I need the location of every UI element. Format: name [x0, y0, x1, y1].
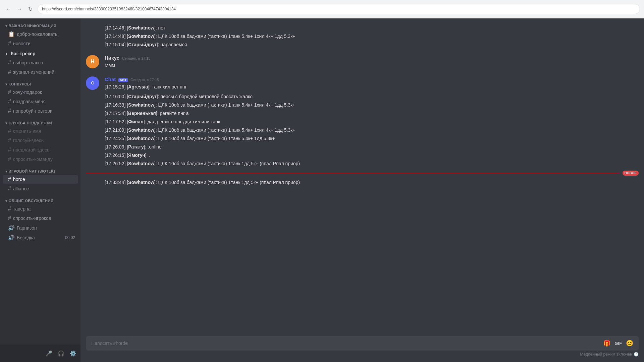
user-bar-icons: 🎤 🎧 ⚙️ [44, 349, 78, 358]
channel-taverna[interactable]: # таверна [3, 204, 78, 213]
message-text: [17:16:00] [Старыйдруг]: персы с бородой… [105, 94, 253, 99]
voice-icon: 🔊 [8, 234, 15, 241]
avatar-chat-bot: C [86, 76, 99, 90]
message-text: [17:26:03] [Ратату]: .online [105, 144, 162, 149]
channel-label: Беседка [17, 235, 35, 240]
channel-garnizon[interactable]: 🔊 Гарнизон [3, 223, 78, 232]
gift-icon[interactable]: 🎁 [603, 340, 610, 347]
timestamp-chat: Сегодня, в 17:15 [130, 78, 159, 82]
emoji-icon[interactable]: 😊 [626, 340, 633, 347]
slow-mode-text: Медленный режим включён [580, 352, 632, 357]
forward-button[interactable]: → [15, 4, 24, 14]
username-chat: Chat [105, 76, 116, 82]
message-17-14-48: [17:14:48] [Sowhatnow]: ЦЛК 10об за бадж… [80, 32, 644, 41]
text-channel-icon: # [8, 186, 11, 192]
message-text: [17:24:35] [Sowhatnow]: ЦЛК 10об за бадж… [105, 136, 275, 141]
section-obshchie-obsuzhdeniya[interactable]: ОБЩИЕ ОБСУЖДЕНИЯ [0, 193, 80, 204]
channel-hochu-podarok[interactable]: # хочу-подарок [3, 88, 78, 97]
message-text: [17:33:44] [Sowhatnow]: ЦЛК 10об за бадж… [105, 180, 300, 185]
channel-novosti[interactable]: # новости [3, 39, 78, 48]
text-channel-icon: # [8, 69, 11, 75]
headphones-icon[interactable]: 🎧 [56, 349, 66, 358]
user-bar: 🎤 🎧 ⚙️ [0, 345, 80, 362]
channel-label: новости [13, 41, 31, 46]
settings-icon[interactable]: ⚙️ [68, 349, 78, 358]
channel-label: спросить-команду [13, 157, 53, 162]
message-17-26-52: [17:26:52] [Sowhatnow]: ЦЛК 10об за бадж… [80, 160, 644, 168]
message-group-nikus: Н Никус Сегодня, в 17:15 Ммм [80, 50, 644, 70]
message-17-16-33: [17:16:33] [Sowhatnow]: ЦЛК 10об за бадж… [80, 101, 644, 109]
section-sluzhba-podderzhki[interactable]: СЛУЖБА ПОДДЕРЖКИ [0, 116, 80, 126]
channel-vybor-klassa[interactable]: # выбор-класса [3, 58, 78, 67]
message-input-bar: 🎁 GIF 😊 Медленный режим включён 🕐 [80, 336, 644, 362]
avatar-nikus: Н [86, 55, 99, 68]
channel-horde[interactable]: # horde [3, 175, 78, 184]
message-17-24-35: [17:24:35] [Sowhatnow]: ЦЛК 10об за бадж… [80, 134, 644, 143]
text-channel-icon: # [8, 147, 11, 153]
back-button[interactable]: ← [4, 4, 13, 14]
browser-nav-buttons: ← → ↻ [4, 4, 35, 14]
message-input-wrapper: 🎁 GIF 😊 [86, 336, 639, 351]
voice-count: 00 02 [65, 235, 75, 240]
text-channel-icon: 📋 [8, 31, 15, 37]
address-bar[interactable]: https://discord.com/channels/33890020351… [38, 4, 640, 14]
message-text: [17:15:04] [Старыйдруг]: царапаемся [105, 42, 187, 47]
bullet: ● [5, 52, 7, 56]
message-text-nikus: Ммм [105, 62, 639, 69]
section-igrovoy-chat[interactable]: ИГРОВОЙ ЧАТ (WOTLK) [0, 164, 80, 175]
channel-dobro-pozhalovat[interactable]: 📋 добро-пожаловать [3, 29, 78, 39]
channel-poprobuy-povtori[interactable]: # попробуй-повтори [3, 107, 78, 115]
divider-line-left [86, 173, 620, 173]
channel-sprosit-igrokov[interactable]: # спросить-игроков [3, 214, 78, 223]
channel-label: horde [13, 177, 25, 182]
refresh-button[interactable]: ↻ [25, 4, 35, 14]
message-17-33-44: [17:33:44] [Sowhatnow]: ЦЛК 10об за бадж… [80, 178, 644, 187]
channel-besedka[interactable]: 🔊 Беседка 00 02 [3, 233, 78, 242]
channel-label: спросить-игроков [13, 216, 51, 221]
message-text: [17:16:33] [Sowhatnow]: ЦЛК 10об за бадж… [105, 102, 295, 108]
message-17-21-09: [17:21:09] [Sowhatnow]: ЦЛК 10об за бадж… [80, 126, 644, 134]
text-channel-icon: # [8, 41, 11, 47]
message-input[interactable] [91, 341, 600, 346]
url-text: https://discord.com/channels/33890020351… [42, 7, 176, 11]
gif-icon[interactable]: GIF [614, 341, 622, 346]
channel-smenit-imya: # сменить-имя [3, 127, 78, 135]
category-bag-treker: ● баг-трекер [3, 50, 78, 58]
username-nikus: Никус [105, 55, 119, 61]
timestamp-nikus: Сегодня, в 17:15 [122, 56, 151, 60]
section-konkursy[interactable]: КОНКУРСЫ [0, 77, 80, 87]
slow-mode-icon: 🕐 [634, 352, 639, 357]
voice-channel-left: 🔊 Беседка [8, 234, 35, 241]
text-channel-icon: # [8, 108, 11, 114]
slow-mode-bar: Медленный режим включён 🕐 [86, 351, 639, 357]
message-text: [17:17:52] [Финал]: дад регайте пнг дди … [105, 119, 220, 124]
voice-channel-left: 🔊 Гарнизон [8, 225, 37, 231]
text-channel-icon: # [8, 128, 11, 134]
section-vazhnaya-info[interactable]: ВАЖНАЯ ИНФОРМАЦИЯ [0, 18, 80, 29]
sidebar: ВАЖНАЯ ИНФОРМАЦИЯ 📋 добро-пожаловать # н… [0, 18, 80, 362]
channel-zhurnal-izmeneniy[interactable]: # журнал-изменений [3, 68, 78, 76]
main-content: [17:14:46] [Sowhatnow]: нет [17:14:48] [… [80, 18, 644, 362]
text-channel-icon: # [8, 60, 11, 66]
text-channel-icon: # [8, 89, 11, 95]
message-text: [17:14:46] [Sowhatnow]: нет [105, 25, 165, 31]
message-text-chat-bot-1: [17:15:26] [Agressia]: танк хил рег пнг [105, 83, 639, 90]
message-17-17-34: [17:17:34] [Верненькая]: регайте пнг а [80, 109, 644, 118]
chat-area: [17:14:46] [Sowhatnow]: нет [17:14:48] [… [80, 18, 644, 336]
text-channel-icon: # [8, 99, 11, 105]
input-icons: 🎁 GIF 😊 [603, 340, 633, 347]
category-label: баг-трекер [11, 51, 35, 56]
text-channel-icon: # [8, 176, 11, 182]
channel-label: поздравь-меня [13, 99, 46, 104]
new-messages-divider: НОВОЕ [86, 171, 639, 176]
channel-podari-menya[interactable]: # поздравь-меня [3, 97, 78, 106]
channel-label: попробуй-повтори [13, 108, 53, 114]
message-header-nikus: Никус Сегодня, в 17:15 [105, 55, 639, 61]
message-text: [17:14:48] [Sowhatnow]: ЦЛК 10об за бадж… [105, 34, 295, 39]
channel-alliance[interactable]: # alliance [3, 184, 78, 193]
channel-label: Гарнизон [17, 225, 37, 231]
microphone-icon[interactable]: 🎤 [44, 349, 54, 358]
message-text: [17:26:52] [Sowhatnow]: ЦЛК 10об за бадж… [105, 161, 300, 166]
text-channel-icon: # [8, 137, 11, 143]
message-17-14-46: [17:14:46] [Sowhatnow]: нет [80, 24, 644, 32]
